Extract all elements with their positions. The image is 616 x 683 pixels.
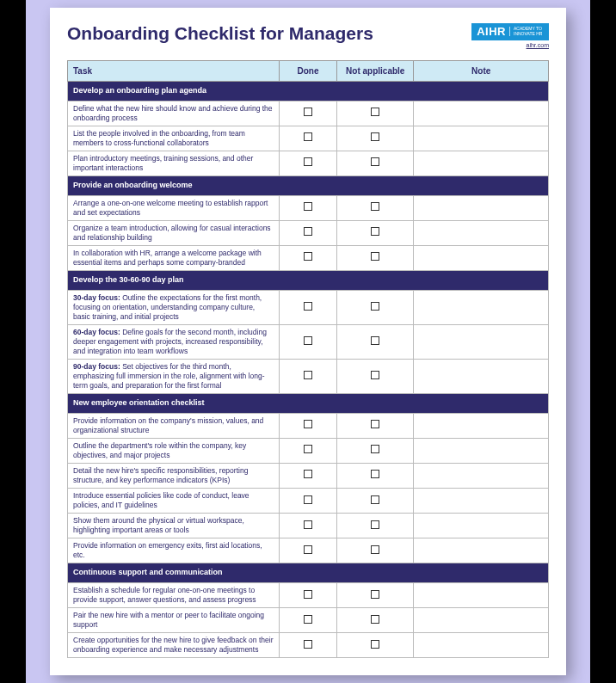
section-heading-row: Develop an onboarding plan agenda: [68, 82, 549, 102]
table-row: Pair the new hire with a mentor or peer …: [68, 608, 549, 633]
na-checkbox[interactable]: [371, 640, 379, 649]
brand-link[interactable]: aihr.com: [471, 42, 549, 48]
done-cell: [279, 101, 336, 126]
table-row: Show them around the physical or virtual…: [68, 514, 549, 538]
na-checkbox[interactable]: [371, 302, 379, 311]
note-cell[interactable]: [414, 633, 549, 658]
na-checkbox[interactable]: [371, 520, 379, 529]
note-cell[interactable]: [414, 413, 549, 438]
note-cell[interactable]: [414, 489, 549, 514]
done-checkbox[interactable]: [304, 302, 312, 311]
done-cell: [279, 538, 336, 563]
note-cell[interactable]: [414, 608, 549, 633]
task-cell: Establish a schedule for regular one-on-…: [68, 583, 280, 608]
page-title: Onboarding Checklist for Managers: [67, 23, 373, 44]
task-cell: Arrange a one-on-one welcome meeting to …: [68, 195, 280, 220]
na-cell: [337, 489, 414, 514]
na-cell: [337, 151, 414, 175]
na-cell: [337, 245, 414, 270]
outer-frame: Onboarding Checklist for Managers AIHR A…: [26, 0, 590, 683]
na-checkbox[interactable]: [371, 157, 379, 166]
done-checkbox[interactable]: [304, 336, 312, 345]
na-cell: [337, 413, 414, 438]
note-cell[interactable]: [414, 290, 549, 324]
na-checkbox[interactable]: [371, 336, 379, 345]
table-row: Arrange a one-on-one welcome meeting to …: [68, 195, 549, 220]
done-checkbox[interactable]: [304, 520, 312, 529]
table-row: 90-day focus: Set objectives for the thi…: [68, 359, 549, 393]
task-cell: Plan introductory meetings, training ses…: [68, 151, 280, 175]
brand-area: AIHR ACADEMY TO INNOVATE HR aihr.com: [471, 23, 549, 48]
done-cell: [279, 359, 336, 393]
note-cell[interactable]: [414, 195, 549, 220]
na-checkbox[interactable]: [371, 495, 379, 504]
na-cell: [337, 438, 414, 463]
note-cell[interactable]: [414, 583, 549, 608]
na-checkbox[interactable]: [371, 445, 379, 453]
na-checkbox[interactable]: [371, 590, 379, 599]
col-header-na: Not applicable: [337, 61, 414, 82]
done-cell: [279, 438, 336, 463]
note-cell[interactable]: [414, 514, 549, 538]
done-checkbox[interactable]: [304, 470, 312, 478]
done-checkbox[interactable]: [304, 371, 312, 379]
note-cell[interactable]: [414, 438, 549, 463]
note-cell[interactable]: [414, 151, 549, 175]
task-cell: In collaboration with HR, arrange a welc…: [68, 245, 280, 270]
task-text: Provide information on the company's mis…: [73, 416, 263, 434]
checklist-table: Task Done Not applicable Note Develop an…: [67, 60, 549, 658]
done-checkbox[interactable]: [304, 227, 312, 236]
note-cell[interactable]: [414, 463, 549, 488]
done-checkbox[interactable]: [304, 615, 312, 624]
done-checkbox[interactable]: [304, 640, 312, 649]
note-cell[interactable]: [414, 220, 549, 245]
table-row: Outline the department's role within the…: [68, 438, 549, 463]
done-checkbox[interactable]: [304, 495, 312, 504]
done-checkbox[interactable]: [304, 252, 312, 261]
na-checkbox[interactable]: [371, 420, 379, 428]
na-checkbox[interactable]: [371, 108, 379, 116]
note-cell[interactable]: [414, 359, 549, 393]
na-checkbox[interactable]: [371, 132, 379, 141]
na-checkbox[interactable]: [371, 470, 379, 478]
table-row: Introduce essential policies like code o…: [68, 489, 549, 514]
na-checkbox[interactable]: [371, 615, 379, 624]
section-heading: Develop the 30-60-90 day plan: [68, 270, 549, 290]
na-checkbox[interactable]: [371, 371, 379, 379]
note-cell[interactable]: [414, 538, 549, 563]
done-checkbox[interactable]: [304, 202, 312, 211]
na-cell: [337, 359, 414, 393]
document-page: Onboarding Checklist for Managers AIHR A…: [50, 8, 566, 676]
brand-badge: AIHR ACADEMY TO INNOVATE HR: [471, 23, 549, 40]
section-heading-row: Continuous support and communication: [68, 563, 549, 583]
done-cell: [279, 126, 336, 151]
task-text: Outline the department's role within the…: [73, 441, 246, 459]
task-cell: 90-day focus: Set objectives for the thi…: [68, 359, 280, 393]
note-cell[interactable]: [414, 245, 549, 270]
col-header-note: Note: [414, 61, 549, 82]
done-checkbox[interactable]: [304, 420, 312, 428]
note-cell[interactable]: [414, 324, 549, 359]
table-row: Provide information on the company's mis…: [68, 413, 549, 438]
done-checkbox[interactable]: [304, 108, 312, 116]
done-checkbox[interactable]: [304, 445, 312, 453]
done-checkbox[interactable]: [304, 545, 312, 554]
na-checkbox[interactable]: [371, 202, 379, 211]
na-cell: [337, 195, 414, 220]
done-cell: [279, 608, 336, 633]
na-checkbox[interactable]: [371, 545, 379, 554]
done-checkbox[interactable]: [304, 132, 312, 141]
na-cell: [337, 633, 414, 658]
na-cell: [337, 608, 414, 633]
note-cell[interactable]: [414, 101, 549, 126]
task-cell: Pair the new hire with a mentor or peer …: [68, 608, 280, 633]
done-checkbox[interactable]: [304, 157, 312, 166]
na-checkbox[interactable]: [371, 227, 379, 236]
done-checkbox[interactable]: [304, 590, 312, 599]
page-header: Onboarding Checklist for Managers AIHR A…: [67, 23, 549, 48]
note-cell[interactable]: [414, 126, 549, 151]
section-heading-row: Develop the 30-60-90 day plan: [68, 270, 549, 290]
task-text: Detail the new hire's specific responsib…: [73, 466, 248, 484]
na-checkbox[interactable]: [371, 252, 379, 261]
table-header-row: Task Done Not applicable Note: [68, 61, 549, 82]
